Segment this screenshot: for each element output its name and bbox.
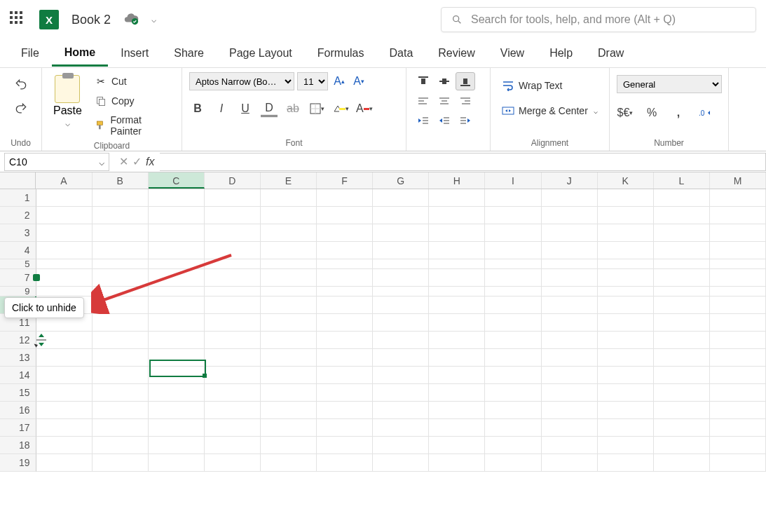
cell-A5[interactable] xyxy=(36,259,93,269)
cell-F11[interactable] xyxy=(317,314,373,332)
cell-L2[interactable] xyxy=(654,207,710,224)
cell-M13[interactable] xyxy=(710,349,766,367)
cell-J10[interactable] xyxy=(542,296,598,314)
column-header-C[interactable]: C xyxy=(149,172,205,189)
formula-input[interactable] xyxy=(160,153,766,171)
cell-I3[interactable] xyxy=(485,224,541,242)
column-header-B[interactable]: B xyxy=(93,172,149,189)
cell-A13[interactable] xyxy=(36,349,93,367)
cell-B7[interactable] xyxy=(93,269,149,287)
cell-C4[interactable] xyxy=(149,242,205,259)
cell-L9[interactable] xyxy=(654,287,710,296)
cell-E4[interactable] xyxy=(261,242,317,259)
cell-E16[interactable] xyxy=(261,402,317,419)
row-header-18[interactable]: 18 xyxy=(0,437,36,454)
cell-J4[interactable] xyxy=(542,242,598,259)
increase-decimal-button[interactable]: .0 xyxy=(697,104,713,121)
cell-H1[interactable] xyxy=(429,189,485,207)
cell-F4[interactable] xyxy=(317,242,373,259)
double-underline-button[interactable]: D xyxy=(261,100,278,117)
column-header-F[interactable]: F xyxy=(317,172,373,189)
cell-M18[interactable] xyxy=(710,437,766,454)
tab-home[interactable]: Home xyxy=(52,41,108,67)
cell-M5[interactable] xyxy=(710,259,766,269)
cell-C12[interactable] xyxy=(149,332,205,349)
decrease-indent-button[interactable] xyxy=(413,111,433,130)
percent-format-button[interactable]: % xyxy=(643,104,660,121)
tab-formulas[interactable]: Formulas xyxy=(305,41,377,65)
cell-F3[interactable] xyxy=(317,224,373,242)
cell-J3[interactable] xyxy=(542,224,598,242)
cell-E5[interactable] xyxy=(261,259,317,269)
cell-H19[interactable] xyxy=(429,454,485,472)
paste-button[interactable]: Paste ⌵ xyxy=(49,72,86,131)
cell-G2[interactable] xyxy=(373,207,429,224)
cell-L3[interactable] xyxy=(654,224,710,242)
cell-D9[interactable] xyxy=(205,287,261,296)
cell-H12[interactable] xyxy=(429,332,485,349)
cell-D13[interactable] xyxy=(205,349,261,367)
cell-E17[interactable] xyxy=(261,419,317,437)
saved-cloud-icon[interactable] xyxy=(123,11,139,29)
cell-K17[interactable] xyxy=(598,419,654,437)
cell-K3[interactable] xyxy=(598,224,654,242)
cell-I18[interactable] xyxy=(485,437,541,454)
cell-D7[interactable] xyxy=(205,269,261,287)
cell-G14[interactable] xyxy=(373,367,429,384)
cell-I9[interactable] xyxy=(485,287,541,296)
cell-I12[interactable] xyxy=(485,332,541,349)
cell-F10[interactable] xyxy=(317,296,373,314)
row-header-3[interactable]: 3 xyxy=(0,224,36,242)
tab-view[interactable]: View xyxy=(488,41,537,65)
format-painter-button[interactable]: Format Painter xyxy=(90,111,175,139)
column-header-H[interactable]: H xyxy=(429,172,485,189)
cell-M10[interactable] xyxy=(710,296,766,314)
row-header-17[interactable]: 17 xyxy=(0,419,36,437)
cell-L1[interactable] xyxy=(654,189,710,207)
cell-I17[interactable] xyxy=(485,419,541,437)
cell-B16[interactable] xyxy=(93,402,149,419)
cell-G15[interactable] xyxy=(373,384,429,402)
cell-K1[interactable] xyxy=(598,189,654,207)
cell-F9[interactable] xyxy=(317,287,373,296)
cell-B18[interactable] xyxy=(93,437,149,454)
tab-file[interactable]: File xyxy=(8,41,52,65)
cell-D5[interactable] xyxy=(205,259,261,269)
cell-K12[interactable] xyxy=(598,332,654,349)
cell-C5[interactable] xyxy=(149,259,205,269)
cell-B19[interactable] xyxy=(93,454,149,472)
search-input[interactable]: Search for tools, help, and more (Alt + … xyxy=(441,7,756,32)
cell-I1[interactable] xyxy=(485,189,541,207)
cell-L5[interactable] xyxy=(654,259,710,269)
cell-L11[interactable] xyxy=(654,314,710,332)
cell-H17[interactable] xyxy=(429,419,485,437)
cell-E11[interactable] xyxy=(261,314,317,332)
cell-I19[interactable] xyxy=(485,454,541,472)
cell-M12[interactable] xyxy=(710,332,766,349)
cell-B5[interactable] xyxy=(93,259,149,269)
cell-H3[interactable] xyxy=(429,224,485,242)
increase-indent-button[interactable] xyxy=(435,111,454,130)
name-box-dropdown-icon[interactable]: ⌵ xyxy=(99,156,104,168)
cell-E13[interactable] xyxy=(261,349,317,367)
merge-center-button[interactable]: Merge & Center⌵ xyxy=(498,102,602,120)
cell-D12[interactable] xyxy=(205,332,261,349)
strikethrough-button[interactable]: ab xyxy=(285,100,301,117)
align-left-button[interactable] xyxy=(413,92,433,110)
cell-C14[interactable] xyxy=(149,367,205,384)
cell-G19[interactable] xyxy=(373,454,429,472)
cell-J2[interactable] xyxy=(542,207,598,224)
column-header-K[interactable]: K xyxy=(598,172,654,189)
cell-J14[interactable] xyxy=(542,367,598,384)
font-color-button[interactable]: A▾ xyxy=(356,100,373,117)
cell-I15[interactable] xyxy=(485,384,541,402)
cell-A4[interactable] xyxy=(36,242,93,259)
cell-K10[interactable] xyxy=(598,296,654,314)
cell-H2[interactable] xyxy=(429,207,485,224)
cell-C1[interactable] xyxy=(149,189,205,207)
align-middle-button[interactable] xyxy=(435,72,454,90)
cell-J17[interactable] xyxy=(542,419,598,437)
cell-E9[interactable] xyxy=(261,287,317,296)
cell-J7[interactable] xyxy=(542,269,598,287)
row-header-4[interactable]: 4 xyxy=(0,242,36,259)
